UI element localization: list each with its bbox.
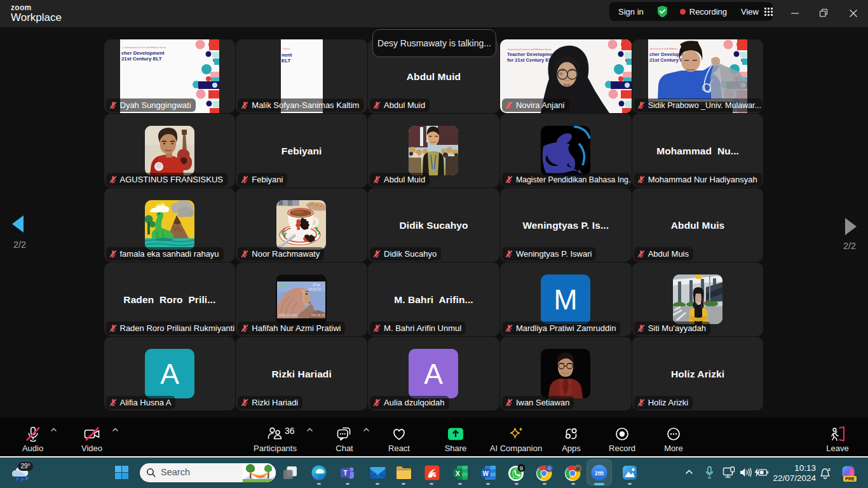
svg-text:W: W <box>482 470 489 477</box>
svg-text:SP ▶: SP ▶ <box>313 283 320 287</box>
svg-text:21st Century EL: 21st Century EL <box>649 57 686 63</box>
svg-text:PM 06:26: PM 06:26 <box>311 313 325 317</box>
svg-text:CAM: CAM <box>280 284 287 288</box>
svg-text:X: X <box>456 470 460 477</box>
svg-text:nent: nent <box>281 52 292 58</box>
svg-text:onal Lecture and Webinar: onal Lecture and Webinar <box>650 48 678 50</box>
svg-text:-00 06 22: -00 06 22 <box>308 287 321 291</box>
svg-text:r Series: r Series <box>282 48 290 50</box>
svg-text:cher Development: cher Development <box>121 50 165 56</box>
svg-text:for 21st Century ELT: for 21st Century ELT <box>507 57 554 63</box>
svg-text:a. International Lecture and: a. International Lecture and Webinar Ser… <box>122 46 166 49</box>
svg-text:FEB 02 1987: FEB 02 1987 <box>279 313 297 317</box>
svg-text:International Lecture and Webi: International Lecture and Webinar Series <box>508 48 552 51</box>
svg-text:A: A <box>160 358 179 390</box>
svg-text:9: 9 <box>520 464 523 471</box>
svg-text:36: 36 <box>285 426 295 436</box>
svg-text:M: M <box>553 284 577 315</box>
svg-text:zm: zm <box>595 470 604 477</box>
svg-text:A: A <box>424 358 443 390</box>
svg-text:Teacher Development: Teacher Development <box>507 51 557 57</box>
svg-text:21st Century ELT: 21st Century ELT <box>121 56 162 62</box>
svg-text:ELT: ELT <box>281 58 290 64</box>
svg-text:T: T <box>343 469 348 477</box>
svg-text:z: z <box>828 466 831 472</box>
